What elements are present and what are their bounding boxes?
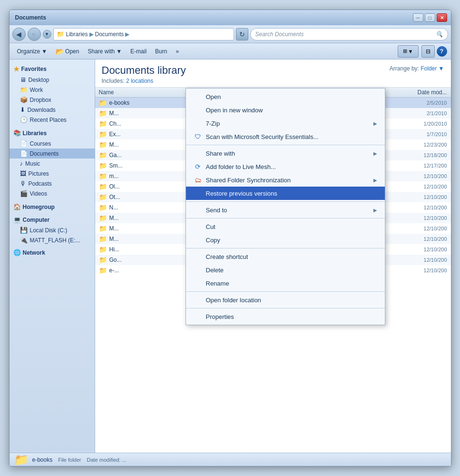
arrange-by-value[interactable]: Folder (421, 65, 437, 72)
file-date: 12/10/200 (409, 205, 447, 210)
toolbar: Organize ▼ 📂 Open Share with ▼ E-mail Bu… (10, 43, 451, 60)
computer-label: Computer (23, 217, 50, 223)
ctx-share-with-icon (194, 149, 202, 158)
ctx-share-with[interactable]: Share with ▶ (186, 147, 385, 160)
file-date: 1/7/2010 (409, 131, 447, 137)
sidebar-item-downloads[interactable]: ⬇ Downloads (10, 105, 95, 115)
folder-icon: 📁 (99, 246, 107, 253)
file-date: 12/10/200 (409, 194, 447, 200)
videos-icon: 🎬 (20, 190, 28, 197)
ctx-open[interactable]: Open (186, 90, 385, 103)
status-bar: 📁 e-books File folder Date modified: ... (10, 453, 451, 466)
ctx-live-mesh[interactable]: ⟳ Add folder to Live Mesh... (186, 160, 385, 173)
share-with-button[interactable]: Share with ▼ (84, 45, 126, 58)
sidebar-item-podcasts[interactable]: 🎙 Podcasts (10, 178, 95, 188)
burn-button[interactable]: Burn (151, 45, 171, 58)
ctx-open-folder-location[interactable]: Open folder location (186, 293, 385, 307)
sidebar-item-recent-places[interactable]: 🕒 Recent Places (10, 115, 95, 125)
ctx-shared-sync[interactable]: 🗂 Shared Folder Synchronization ▶ (186, 173, 385, 187)
sidebar-item-label: MATT_FLASH (E:... (30, 237, 80, 244)
ctx-scan-mse[interactable]: 🛡 Scan with Microsoft Security Essential… (186, 130, 385, 143)
file-date: 12/17/200 (409, 163, 447, 169)
open-button[interactable]: 📂 Open (52, 45, 83, 58)
ctx-copy[interactable]: Copy (186, 233, 385, 247)
homegroup-section[interactable]: 🏠 Homegroup (10, 201, 95, 212)
library-title: Documents library (102, 64, 390, 77)
sidebar-item-label: Music (25, 160, 40, 167)
computer-section[interactable]: 💻 Computer (10, 214, 95, 225)
file-date: 1/20/2010 (409, 121, 447, 127)
folder-icon: 📁 (99, 120, 107, 128)
folder-icon: 📁 (99, 235, 107, 243)
folder-icon: 📁 (99, 162, 107, 169)
help-button[interactable]: ? (437, 46, 447, 57)
libraries-section[interactable]: 📚 Libraries (10, 128, 95, 139)
organize-arrow-icon: ▼ (41, 48, 47, 55)
ctx-7zip[interactable]: 7-Zip ▶ (186, 117, 385, 130)
ctx-create-shortcut[interactable]: Create shortcut (186, 250, 385, 263)
ctx-sep-5 (186, 291, 385, 292)
ctx-open-new-window[interactable]: Open in new window (186, 103, 385, 117)
ctx-sep-6 (186, 308, 385, 308)
folder-icon-sm: 📁 (57, 30, 64, 38)
ctx-rename[interactable]: Rename (186, 277, 385, 290)
view-control: ⊞ ▼ (398, 45, 419, 58)
ctx-send-to-arrow-icon: ▶ (373, 208, 377, 213)
minimize-button[interactable]: ─ (413, 13, 423, 22)
ctx-properties[interactable]: Properties (186, 310, 385, 323)
address-path[interactable]: 📁 Libraries ▶ Documents ▶ (53, 28, 234, 40)
open-icon: 📂 (56, 48, 64, 55)
pane-toggle-button[interactable]: ⊟ (421, 45, 435, 58)
title-bar: Documents ─ □ ✕ (10, 10, 451, 25)
maximize-button[interactable]: □ (425, 13, 435, 22)
search-box[interactable]: Search Documents 🔍 (250, 28, 448, 40)
ctx-delete[interactable]: Delete (186, 263, 385, 277)
email-button[interactable]: E-mail (127, 45, 150, 58)
ctx-restore-prev-icon (194, 189, 202, 198)
sidebar-item-label: Documents (30, 150, 59, 157)
status-item-type: File folder (58, 457, 81, 463)
dropdown-button[interactable]: ▼ (43, 30, 51, 39)
view-options-button[interactable]: ⊞ ▼ (398, 45, 419, 58)
sidebar-item-work[interactable]: 📁 Work (10, 85, 95, 95)
sidebar-item-local-disk[interactable]: 💾 Local Disk (C:) (10, 225, 95, 235)
libraries-icon: 📚 (13, 129, 21, 137)
arrange-arrow-icon[interactable]: ▼ (439, 65, 444, 72)
sidebar-item-documents[interactable]: 📄 Documents (10, 149, 95, 159)
help-label: ? (440, 48, 443, 55)
sidebar-item-videos[interactable]: 🎬 Videos (10, 188, 95, 198)
file-date: 12/10/200 (409, 173, 447, 179)
sidebar-item-courses[interactable]: 📄 Courses (10, 139, 95, 149)
open-label: Open (65, 48, 79, 55)
sidebar-item-music[interactable]: ♪ Music (10, 159, 95, 169)
pictures-icon: 🖼 (20, 170, 26, 177)
ctx-7zip-icon (194, 119, 202, 128)
sidebar-item-label: Work (30, 87, 43, 93)
main-area: ★ Favorites 🖥 Desktop 📁 Work 📦 Dropbox ⬇… (10, 60, 451, 453)
sidebar-item-label: Recent Places (30, 117, 67, 123)
sidebar-item-desktop[interactable]: 🖥 Desktop (10, 75, 95, 85)
folder-icon: 📁 (99, 256, 107, 264)
sidebar-item-pictures[interactable]: 🖼 Pictures (10, 169, 95, 178)
locations-link[interactable]: 2 locations (126, 78, 153, 84)
ctx-send-to[interactable]: Send to ▶ (186, 203, 385, 217)
sidebar-item-flash-drive[interactable]: 🔌 MATT_FLASH (E:... (10, 235, 95, 245)
back-button[interactable]: ◀ (12, 28, 26, 41)
more-button[interactable]: » (172, 45, 183, 58)
ctx-properties-icon (194, 312, 202, 321)
file-date: 2/1/2010 (409, 110, 447, 116)
status-item-meta: Date modified: ... (87, 457, 127, 463)
file-date: 12/18/200 (409, 152, 447, 158)
favorites-section[interactable]: ★ Favorites (10, 63, 95, 75)
documents-icon: 📄 (20, 150, 28, 157)
forward-button[interactable]: ▶ (28, 28, 41, 41)
network-section[interactable]: 🌐 Network (10, 247, 95, 258)
organize-button[interactable]: Organize ▼ (13, 45, 51, 58)
col-header-date[interactable]: Date mod... (409, 89, 447, 96)
sidebar-item-label: Podcasts (29, 180, 52, 187)
ctx-restore-prev[interactable]: Restore previous versions (186, 187, 385, 200)
sidebar-item-dropbox[interactable]: 📦 Dropbox (10, 95, 95, 105)
close-button[interactable]: ✕ (437, 13, 447, 22)
ctx-cut[interactable]: Cut (186, 220, 385, 233)
refresh-button[interactable]: ↻ (236, 28, 248, 40)
